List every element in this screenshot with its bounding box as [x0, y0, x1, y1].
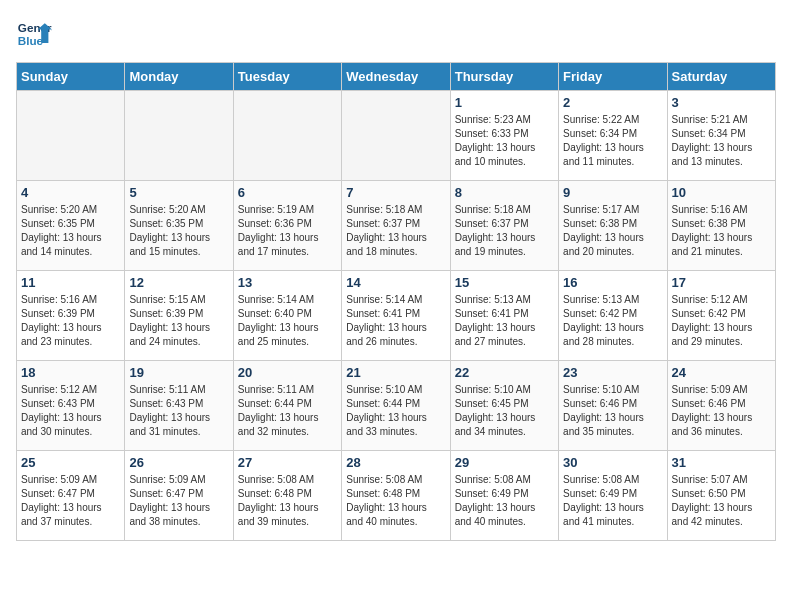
calendar-cell: 13Sunrise: 5:14 AM Sunset: 6:40 PM Dayli…	[233, 271, 341, 361]
day-info: Sunrise: 5:09 AM Sunset: 6:47 PM Dayligh…	[129, 473, 228, 529]
day-number: 9	[563, 185, 662, 200]
calendar-cell: 10Sunrise: 5:16 AM Sunset: 6:38 PM Dayli…	[667, 181, 775, 271]
day-number: 23	[563, 365, 662, 380]
calendar-cell	[233, 91, 341, 181]
day-number: 21	[346, 365, 445, 380]
day-info: Sunrise: 5:18 AM Sunset: 6:37 PM Dayligh…	[346, 203, 445, 259]
calendar-cell: 17Sunrise: 5:12 AM Sunset: 6:42 PM Dayli…	[667, 271, 775, 361]
day-info: Sunrise: 5:10 AM Sunset: 6:45 PM Dayligh…	[455, 383, 554, 439]
day-info: Sunrise: 5:11 AM Sunset: 6:44 PM Dayligh…	[238, 383, 337, 439]
day-number: 18	[21, 365, 120, 380]
day-info: Sunrise: 5:21 AM Sunset: 6:34 PM Dayligh…	[672, 113, 771, 169]
day-number: 10	[672, 185, 771, 200]
weekday-header: Saturday	[667, 63, 775, 91]
day-number: 14	[346, 275, 445, 290]
day-info: Sunrise: 5:16 AM Sunset: 6:38 PM Dayligh…	[672, 203, 771, 259]
weekday-header: Friday	[559, 63, 667, 91]
calendar-cell: 12Sunrise: 5:15 AM Sunset: 6:39 PM Dayli…	[125, 271, 233, 361]
day-number: 1	[455, 95, 554, 110]
day-number: 12	[129, 275, 228, 290]
day-info: Sunrise: 5:11 AM Sunset: 6:43 PM Dayligh…	[129, 383, 228, 439]
day-info: Sunrise: 5:15 AM Sunset: 6:39 PM Dayligh…	[129, 293, 228, 349]
day-info: Sunrise: 5:08 AM Sunset: 6:49 PM Dayligh…	[455, 473, 554, 529]
day-info: Sunrise: 5:10 AM Sunset: 6:44 PM Dayligh…	[346, 383, 445, 439]
day-number: 24	[672, 365, 771, 380]
day-number: 30	[563, 455, 662, 470]
calendar-cell	[342, 91, 450, 181]
day-number: 7	[346, 185, 445, 200]
calendar-cell: 21Sunrise: 5:10 AM Sunset: 6:44 PM Dayli…	[342, 361, 450, 451]
day-number: 22	[455, 365, 554, 380]
day-info: Sunrise: 5:08 AM Sunset: 6:48 PM Dayligh…	[238, 473, 337, 529]
calendar-cell: 20Sunrise: 5:11 AM Sunset: 6:44 PM Dayli…	[233, 361, 341, 451]
day-number: 3	[672, 95, 771, 110]
calendar-week-row: 11Sunrise: 5:16 AM Sunset: 6:39 PM Dayli…	[17, 271, 776, 361]
day-info: Sunrise: 5:23 AM Sunset: 6:33 PM Dayligh…	[455, 113, 554, 169]
day-info: Sunrise: 5:09 AM Sunset: 6:47 PM Dayligh…	[21, 473, 120, 529]
calendar-cell	[125, 91, 233, 181]
calendar-cell: 4Sunrise: 5:20 AM Sunset: 6:35 PM Daylig…	[17, 181, 125, 271]
calendar-cell: 7Sunrise: 5:18 AM Sunset: 6:37 PM Daylig…	[342, 181, 450, 271]
day-info: Sunrise: 5:22 AM Sunset: 6:34 PM Dayligh…	[563, 113, 662, 169]
day-info: Sunrise: 5:07 AM Sunset: 6:50 PM Dayligh…	[672, 473, 771, 529]
day-number: 15	[455, 275, 554, 290]
calendar-week-row: 1Sunrise: 5:23 AM Sunset: 6:33 PM Daylig…	[17, 91, 776, 181]
calendar-cell: 24Sunrise: 5:09 AM Sunset: 6:46 PM Dayli…	[667, 361, 775, 451]
day-info: Sunrise: 5:17 AM Sunset: 6:38 PM Dayligh…	[563, 203, 662, 259]
calendar-cell: 22Sunrise: 5:10 AM Sunset: 6:45 PM Dayli…	[450, 361, 558, 451]
calendar-cell: 23Sunrise: 5:10 AM Sunset: 6:46 PM Dayli…	[559, 361, 667, 451]
day-number: 5	[129, 185, 228, 200]
day-info: Sunrise: 5:08 AM Sunset: 6:49 PM Dayligh…	[563, 473, 662, 529]
day-number: 11	[21, 275, 120, 290]
day-number: 8	[455, 185, 554, 200]
calendar-cell: 1Sunrise: 5:23 AM Sunset: 6:33 PM Daylig…	[450, 91, 558, 181]
day-number: 4	[21, 185, 120, 200]
day-number: 16	[563, 275, 662, 290]
weekday-header: Thursday	[450, 63, 558, 91]
day-number: 13	[238, 275, 337, 290]
calendar-cell: 11Sunrise: 5:16 AM Sunset: 6:39 PM Dayli…	[17, 271, 125, 361]
calendar-cell: 15Sunrise: 5:13 AM Sunset: 6:41 PM Dayli…	[450, 271, 558, 361]
day-number: 31	[672, 455, 771, 470]
day-number: 28	[346, 455, 445, 470]
day-info: Sunrise: 5:12 AM Sunset: 6:42 PM Dayligh…	[672, 293, 771, 349]
weekday-header: Sunday	[17, 63, 125, 91]
calendar-cell: 27Sunrise: 5:08 AM Sunset: 6:48 PM Dayli…	[233, 451, 341, 541]
weekday-header: Wednesday	[342, 63, 450, 91]
day-number: 29	[455, 455, 554, 470]
day-number: 2	[563, 95, 662, 110]
calendar-week-row: 4Sunrise: 5:20 AM Sunset: 6:35 PM Daylig…	[17, 181, 776, 271]
day-number: 17	[672, 275, 771, 290]
calendar-cell: 5Sunrise: 5:20 AM Sunset: 6:35 PM Daylig…	[125, 181, 233, 271]
day-info: Sunrise: 5:16 AM Sunset: 6:39 PM Dayligh…	[21, 293, 120, 349]
calendar-header-row: SundayMondayTuesdayWednesdayThursdayFrid…	[17, 63, 776, 91]
calendar-cell: 9Sunrise: 5:17 AM Sunset: 6:38 PM Daylig…	[559, 181, 667, 271]
calendar-week-row: 25Sunrise: 5:09 AM Sunset: 6:47 PM Dayli…	[17, 451, 776, 541]
calendar-table: SundayMondayTuesdayWednesdayThursdayFrid…	[16, 62, 776, 541]
calendar-cell: 19Sunrise: 5:11 AM Sunset: 6:43 PM Dayli…	[125, 361, 233, 451]
day-info: Sunrise: 5:18 AM Sunset: 6:37 PM Dayligh…	[455, 203, 554, 259]
calendar-cell: 26Sunrise: 5:09 AM Sunset: 6:47 PM Dayli…	[125, 451, 233, 541]
calendar-cell: 29Sunrise: 5:08 AM Sunset: 6:49 PM Dayli…	[450, 451, 558, 541]
calendar-cell	[17, 91, 125, 181]
calendar-cell: 25Sunrise: 5:09 AM Sunset: 6:47 PM Dayli…	[17, 451, 125, 541]
page-header: General Blue	[16, 16, 776, 52]
svg-text:Blue: Blue	[18, 34, 44, 47]
day-number: 27	[238, 455, 337, 470]
calendar-cell: 6Sunrise: 5:19 AM Sunset: 6:36 PM Daylig…	[233, 181, 341, 271]
day-number: 6	[238, 185, 337, 200]
day-number: 20	[238, 365, 337, 380]
calendar-cell: 18Sunrise: 5:12 AM Sunset: 6:43 PM Dayli…	[17, 361, 125, 451]
day-info: Sunrise: 5:14 AM Sunset: 6:41 PM Dayligh…	[346, 293, 445, 349]
calendar-cell: 8Sunrise: 5:18 AM Sunset: 6:37 PM Daylig…	[450, 181, 558, 271]
calendar-cell: 2Sunrise: 5:22 AM Sunset: 6:34 PM Daylig…	[559, 91, 667, 181]
day-info: Sunrise: 5:20 AM Sunset: 6:35 PM Dayligh…	[21, 203, 120, 259]
day-info: Sunrise: 5:12 AM Sunset: 6:43 PM Dayligh…	[21, 383, 120, 439]
day-info: Sunrise: 5:20 AM Sunset: 6:35 PM Dayligh…	[129, 203, 228, 259]
calendar-cell: 14Sunrise: 5:14 AM Sunset: 6:41 PM Dayli…	[342, 271, 450, 361]
weekday-header: Tuesday	[233, 63, 341, 91]
day-number: 19	[129, 365, 228, 380]
day-info: Sunrise: 5:19 AM Sunset: 6:36 PM Dayligh…	[238, 203, 337, 259]
calendar-cell: 28Sunrise: 5:08 AM Sunset: 6:48 PM Dayli…	[342, 451, 450, 541]
day-info: Sunrise: 5:10 AM Sunset: 6:46 PM Dayligh…	[563, 383, 662, 439]
